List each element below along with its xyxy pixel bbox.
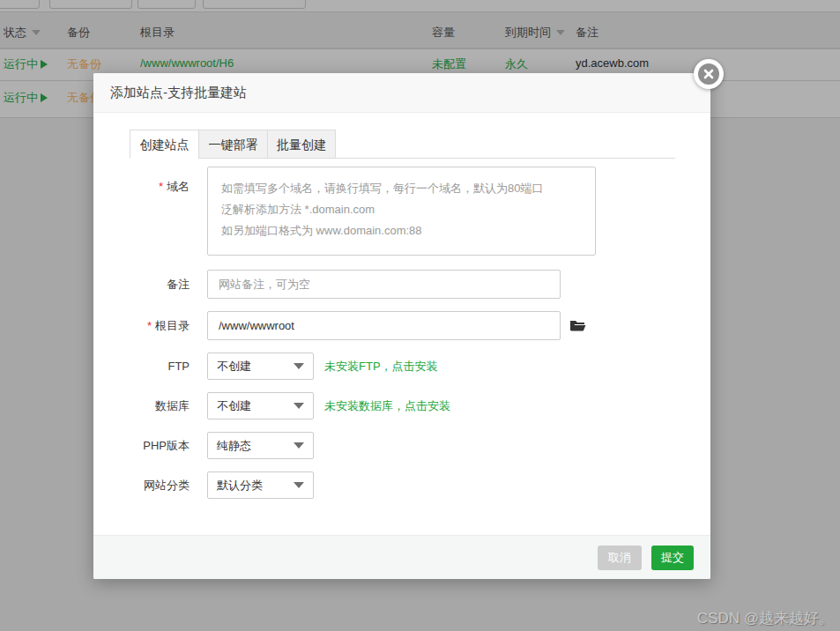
domain-label: *域名 <box>93 167 190 195</box>
close-button[interactable] <box>694 59 724 89</box>
tab-bar: 创建站点 一键部署 批量创建 <box>130 130 675 159</box>
root-dir-input[interactable] <box>207 311 561 340</box>
database-select[interactable]: 不创建 <box>207 392 314 419</box>
submit-button[interactable]: 提交 <box>651 546 694 570</box>
remark-row: 备注 <box>93 270 710 299</box>
close-icon <box>698 63 719 85</box>
tab-batch-create[interactable]: 批量创建 <box>267 130 336 159</box>
required-mark: * <box>159 180 163 193</box>
ftp-select[interactable]: 不创建 <box>207 353 314 380</box>
required-mark: * <box>147 319 152 332</box>
site-category-label: 网站分类 <box>93 478 190 494</box>
remark-label: 备注 <box>93 277 190 293</box>
modal-title: 添加站点-支持批量建站 <box>93 73 710 113</box>
screen: 状态 备份 根目录 容量 到期时间 备注 运行中 无备份 /www/wwwroo… <box>0 0 840 631</box>
database-install-link[interactable]: 未安装数据库，点击安装 <box>324 398 450 414</box>
tab-one-click-deploy[interactable]: 一键部署 <box>198 130 267 159</box>
folder-browse-icon[interactable] <box>569 319 586 333</box>
domain-row: *域名 <box>93 167 710 256</box>
php-version-row: PHP版本 纯静态 <box>93 432 710 459</box>
domain-input[interactable] <box>207 167 596 256</box>
chevron-down-icon <box>294 403 304 409</box>
site-category-select[interactable]: 默认分类 <box>207 471 314 499</box>
database-label: 数据库 <box>93 398 190 414</box>
ftp-row: FTP 不创建 未安装FTP，点击安装 <box>93 353 710 380</box>
cancel-button[interactable]: 取消 <box>598 546 642 570</box>
database-row: 数据库 不创建 未安装数据库，点击安装 <box>93 392 710 419</box>
add-site-modal: 添加站点-支持批量建站 创建站点 一键部署 批量创建 *域名 备注 <box>93 73 710 579</box>
modal-body: 创建站点 一键部署 批量创建 *域名 备注 <box>93 113 710 535</box>
modal-footer: 取消 提交 <box>93 535 710 579</box>
site-category-row: 网站分类 默认分类 <box>93 471 710 499</box>
chevron-down-icon <box>294 363 304 369</box>
create-site-form: *域名 备注 *根目录 <box>93 167 710 499</box>
chevron-down-icon <box>294 482 304 488</box>
root-dir-row: *根目录 <box>93 311 710 340</box>
php-version-select[interactable]: 纯静态 <box>207 432 314 459</box>
csdn-watermark: CSDN @越来越好。 <box>697 608 834 628</box>
root-dir-label: *根目录 <box>93 318 190 334</box>
ftp-label: FTP <box>93 360 190 373</box>
tab-create-site[interactable]: 创建站点 <box>130 130 198 159</box>
ftp-install-link[interactable]: 未安装FTP，点击安装 <box>324 359 438 375</box>
php-version-label: PHP版本 <box>93 438 190 454</box>
chevron-down-icon <box>294 442 304 449</box>
remark-input[interactable] <box>207 270 561 299</box>
